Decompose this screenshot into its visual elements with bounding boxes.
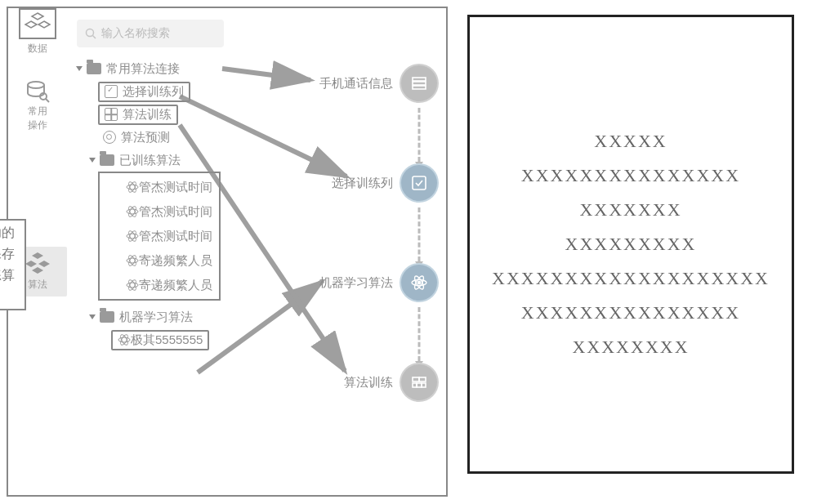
svg-point-15 xyxy=(127,209,138,214)
svg-rect-32 xyxy=(413,86,426,89)
table-icon xyxy=(401,65,437,101)
svg-rect-30 xyxy=(413,78,426,81)
folder-icon xyxy=(87,63,101,74)
svg-rect-38 xyxy=(413,377,419,381)
caret-down-icon xyxy=(89,158,96,163)
svg-marker-7 xyxy=(25,261,37,267)
search-icon xyxy=(85,28,96,39)
algorithm-tree: 常用算法连接 选择训练列 算法训练 算法预测 已训练算法 管杰测试时间 管杰测试… xyxy=(77,57,265,351)
flow-node-label: 算法训练 xyxy=(286,375,393,390)
trained-item-label: 管杰测试时间 xyxy=(139,229,212,244)
svg-rect-42 xyxy=(422,383,426,387)
left-panel: 数据 常用 操作 算法 xyxy=(7,7,448,497)
svg-point-24 xyxy=(127,283,138,288)
bricks-icon xyxy=(401,364,437,400)
sidebar-data-label: 数据 xyxy=(8,42,67,56)
trained-item-label: 寄递频繁人员 xyxy=(139,253,212,269)
tree-leaf-ml-item[interactable]: 极其5555555 xyxy=(111,328,265,351)
placeholder-line: XXXXXXXXX xyxy=(565,234,697,255)
atom-icon xyxy=(126,279,139,292)
placeholder-line: XXXXXXXXXXXXXXX xyxy=(521,165,740,186)
atom-icon xyxy=(401,265,437,301)
checklist-icon xyxy=(401,165,437,201)
database-search-icon xyxy=(25,80,50,103)
svg-point-37 xyxy=(417,281,420,283)
trained-item[interactable]: 管杰测试时间 xyxy=(121,199,219,224)
svg-marker-9 xyxy=(32,267,43,274)
flow-node-label: 手机通话信息 xyxy=(286,76,393,91)
svg-point-3 xyxy=(28,82,44,88)
trained-item[interactable]: 寄递频繁人员 xyxy=(121,273,219,297)
trained-list-box: 管杰测试时间 管杰测试时间 管杰测试时间 寄递频繁人员 寄递频繁人员 xyxy=(98,172,221,301)
trained-item-label: 寄递频繁人员 xyxy=(139,278,212,293)
flow-node-train[interactable]: 算法训练 xyxy=(286,364,437,400)
grid-icon xyxy=(105,108,118,121)
svg-marker-0 xyxy=(32,13,43,20)
placeholder-line: XXXXXXXXXXXXXXXXXXX xyxy=(492,268,770,289)
sidebar-data[interactable]: 数据 xyxy=(8,8,67,56)
tree-leaf-train[interactable]: 算法训练 xyxy=(98,103,265,126)
atom-icon xyxy=(126,230,139,243)
tree-leaf-select-cols-label: 选择训练列 xyxy=(123,84,184,100)
svg-line-11 xyxy=(93,36,96,39)
tree-leaf-train-label: 算法训练 xyxy=(123,107,172,123)
workflow: 手机通话信息 选择训练列 机器学习算法 算法训练 xyxy=(286,65,437,415)
flow-node-select-cols[interactable]: 选择训练列 xyxy=(286,165,437,201)
trained-tooltip: 训练成功的算法会保存在已训练算法 xyxy=(0,219,26,310)
placeholder-line: XXXXX xyxy=(594,131,667,152)
trained-item-label: 管杰测试时间 xyxy=(139,180,212,195)
flow-node-label: 机器学习算法 xyxy=(286,275,393,291)
flow-node-ml-algo[interactable]: 机器学习算法 xyxy=(286,265,437,301)
svg-rect-31 xyxy=(413,82,426,85)
placeholder-text-card: XXXXX XXXXXXXXXXXXXXX XXXXXXX XXXXXXXXX … xyxy=(467,15,794,474)
tree-leaf-select-cols[interactable]: 选择训练列 xyxy=(98,80,265,103)
svg-marker-2 xyxy=(38,21,50,28)
trained-item[interactable]: 管杰测试时间 xyxy=(121,224,219,248)
placeholder-line: XXXXXXXXXXXXXXX xyxy=(521,302,740,323)
cubes-icon xyxy=(24,11,51,34)
search-placeholder: 输入名称搜索 xyxy=(101,26,170,41)
predict-icon xyxy=(103,131,116,144)
placeholder-line: XXXXXXX xyxy=(579,199,681,221)
search-input[interactable]: 输入名称搜索 xyxy=(77,20,224,47)
svg-point-27 xyxy=(118,337,130,342)
tree-group-ml-label: 机器学习算法 xyxy=(119,310,193,325)
tree-leaf-predict[interactable]: 算法预测 xyxy=(98,126,265,149)
folder-icon xyxy=(100,154,114,166)
caret-down-icon xyxy=(76,66,83,71)
svg-marker-6 xyxy=(32,252,43,259)
tree-group-ml[interactable]: 机器学习算法 xyxy=(90,306,265,328)
flow-node-phone-info[interactable]: 手机通话信息 xyxy=(286,65,437,101)
svg-marker-8 xyxy=(38,261,50,267)
placeholder-line: XXXXXXXX xyxy=(572,337,689,358)
cubes-stack-icon xyxy=(24,252,51,276)
tree-group-trained[interactable]: 已训练算法 xyxy=(90,149,265,172)
tree-leaf-ml-label: 极其5555555 xyxy=(131,332,203,348)
tree-leaf-predict-label: 算法预测 xyxy=(121,130,170,145)
atom-icon xyxy=(126,205,139,218)
trained-item[interactable]: 管杰测试时间 xyxy=(121,175,219,199)
svg-point-10 xyxy=(87,29,94,37)
tree-group-common-label: 常用算法连接 xyxy=(106,61,180,77)
tree-group-trained-label: 已训练算法 xyxy=(119,153,181,168)
folder-icon xyxy=(100,311,114,323)
atom-icon xyxy=(118,333,131,346)
svg-line-5 xyxy=(46,99,49,102)
trained-item[interactable]: 寄递频繁人员 xyxy=(121,248,219,273)
atom-icon xyxy=(126,254,139,267)
svg-rect-41 xyxy=(417,383,422,387)
svg-point-18 xyxy=(127,234,138,239)
svg-rect-33 xyxy=(413,176,426,190)
sidebar-common-ops-label: 常用 操作 xyxy=(8,105,67,132)
sidebar-common-ops[interactable]: 常用 操作 xyxy=(8,80,67,132)
caret-down-icon xyxy=(89,314,96,319)
atom-icon xyxy=(126,181,139,194)
svg-marker-1 xyxy=(25,21,37,28)
svg-point-12 xyxy=(127,185,138,190)
tree-group-common[interactable]: 常用算法连接 xyxy=(77,57,265,80)
flow-node-label: 选择训练列 xyxy=(286,176,393,191)
svg-point-21 xyxy=(127,258,138,263)
select-cols-icon xyxy=(105,85,118,98)
trained-item-label: 管杰测试时间 xyxy=(139,204,212,220)
svg-rect-39 xyxy=(419,377,426,381)
